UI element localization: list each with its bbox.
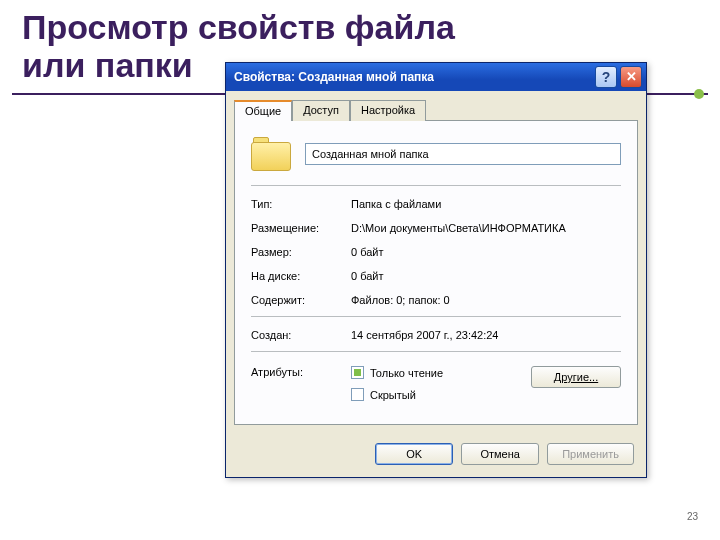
label-size: Размер:	[251, 246, 351, 258]
prop-rows: Тип: Папка с файлами Размещение: D:\Мои …	[251, 192, 621, 312]
checkbox-readonly-label: Только чтение	[370, 367, 443, 379]
cancel-button[interactable]: Отмена	[461, 443, 539, 465]
label-type: Тип:	[251, 198, 351, 210]
folder-name-input[interactable]	[305, 143, 621, 165]
dialog-footer: OK Отмена Применить	[226, 433, 646, 477]
tab-access[interactable]: Доступ	[292, 100, 350, 121]
value-on-disk: 0 байт	[351, 270, 621, 282]
value-location: D:\Мои документы\Света\ИНФОРМАТИКА	[351, 222, 621, 234]
checkbox-hidden-box	[351, 388, 364, 401]
tab-customize[interactable]: Настройка	[350, 100, 426, 121]
properties-dialog: Свойства: Созданная мной папка ? ✕ Общие…	[225, 62, 647, 478]
ok-button[interactable]: OK	[375, 443, 453, 465]
separator	[251, 351, 621, 352]
tab-access-label: Доступ	[303, 104, 339, 116]
checkbox-hidden-label: Скрытый	[370, 389, 416, 401]
value-contains: Файлов: 0; папок: 0	[351, 294, 621, 306]
header-row	[251, 137, 621, 171]
dialog-title: Свойства: Созданная мной папка	[234, 70, 592, 84]
close-icon: ✕	[626, 69, 637, 84]
help-icon: ?	[602, 69, 611, 85]
label-contains: Содержит:	[251, 294, 351, 306]
checkbox-readonly[interactable]: Только чтение	[351, 366, 531, 379]
slide-title-line1: Просмотр свойств файла	[22, 8, 455, 46]
label-created: Создан:	[251, 329, 351, 341]
separator	[251, 185, 621, 186]
label-attributes: Атрибуты:	[251, 366, 351, 378]
page-number: 23	[687, 511, 698, 522]
value-size: 0 байт	[351, 246, 621, 258]
help-button[interactable]: ?	[595, 66, 617, 88]
apply-button[interactable]: Применить	[547, 443, 634, 465]
value-created: 14 сентября 2007 г., 23:42:24	[351, 329, 621, 341]
label-location: Размещение:	[251, 222, 351, 234]
separator	[251, 316, 621, 317]
checkbox-readonly-box	[351, 366, 364, 379]
tab-customize-label: Настройка	[361, 104, 415, 116]
close-button[interactable]: ✕	[620, 66, 642, 88]
folder-icon	[251, 137, 291, 171]
other-attributes-button[interactable]: Другие...	[531, 366, 621, 388]
tab-general[interactable]: Общие	[234, 100, 292, 121]
slide-title-line2: или папки	[22, 46, 193, 84]
title-bullet	[694, 89, 704, 99]
tab-general-label: Общие	[245, 105, 281, 117]
label-on-disk: На диске:	[251, 270, 351, 282]
tabstrip: Общие Доступ Настройка	[226, 91, 646, 120]
titlebar[interactable]: Свойства: Созданная мной папка ? ✕	[226, 63, 646, 91]
checkbox-hidden[interactable]: Скрытый	[351, 388, 531, 401]
tab-panel-general: Тип: Папка с файлами Размещение: D:\Мои …	[234, 120, 638, 425]
value-type: Папка с файлами	[351, 198, 621, 210]
